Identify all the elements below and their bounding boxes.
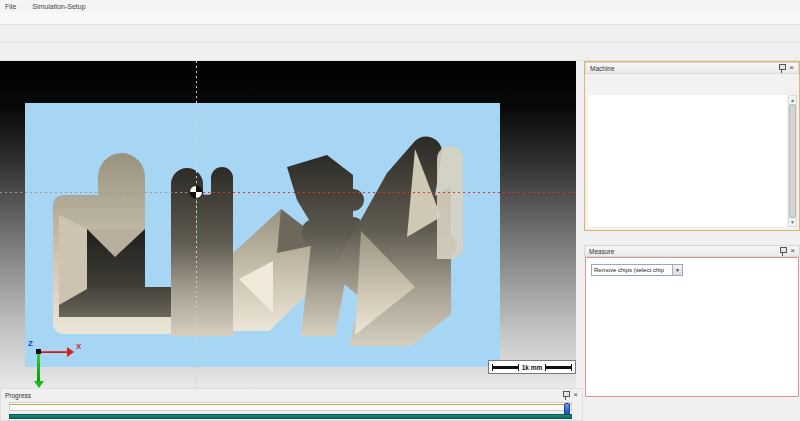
window-topbar: File Simulation-Setup: [0, 0, 800, 12]
measure-mode-dropdown[interactable]: Remove chips (select chip ▼: [591, 264, 683, 276]
y-axis-arrowhead: [34, 381, 44, 388]
measure-cursor[interactable]: [189, 185, 203, 199]
playback-toolbar: [0, 25, 800, 43]
scroll-down-icon[interactable]: ▼: [790, 219, 795, 225]
progress-panel-title: Progress: [5, 392, 31, 399]
measure-panel: Remove chips (select chip ▼: [585, 257, 799, 397]
tree-scrollbar[interactable]: ▲ ▼: [788, 95, 797, 227]
x-axis-arrow: [41, 351, 67, 354]
bottom-tab-strip: [586, 403, 800, 418]
measure-panel-titlebar: Measure ×: [584, 245, 800, 257]
z-axis-label: Z: [28, 339, 33, 348]
pin-icon[interactable]: [779, 246, 786, 256]
machined-part: [25, 103, 500, 367]
crosshair-vertical-green: [196, 199, 197, 243]
menu-bar: [0, 12, 800, 25]
machine-panel-title: Machine: [590, 65, 615, 72]
scroll-thumb[interactable]: [789, 104, 796, 218]
pin-icon[interactable]: [778, 63, 785, 73]
progress-panel: Progress ×: [0, 388, 583, 421]
progress-bar: [9, 414, 572, 419]
close-icon[interactable]: ×: [789, 64, 794, 72]
crosshair-horizontal-gray: [0, 192, 190, 193]
pin-icon[interactable]: [562, 390, 569, 400]
x-axis-label: X: [76, 342, 81, 351]
close-icon[interactable]: ×: [573, 391, 578, 399]
close-icon[interactable]: ×: [790, 247, 795, 255]
dock-tab-strip: [584, 230, 800, 244]
chevron-down-icon[interactable]: ▼: [672, 265, 682, 275]
application-window: File Simulation-Setup: [0, 0, 800, 421]
progress-slider-track[interactable]: [9, 402, 572, 411]
topbar-file-menu[interactable]: File: [5, 3, 16, 10]
scale-bar-label: 1k mm: [522, 364, 543, 371]
scale-bar-right-segment: [545, 366, 572, 369]
scale-bar: 1k mm: [488, 360, 576, 374]
right-dock: Machine × ▲ ▼ Measure ×: [584, 61, 800, 421]
x-axis-arrowhead: [67, 347, 74, 357]
measure-panel-title: Measure: [589, 248, 614, 255]
crosshair-horizontal-red: [203, 192, 576, 193]
view-toolbar: [0, 43, 800, 61]
scroll-up-icon[interactable]: ▲: [790, 97, 795, 103]
machine-tree: [588, 95, 787, 227]
machine-panel-titlebar: Machine ×: [585, 62, 799, 74]
3d-viewport[interactable]: Z X 1k mm: [0, 61, 576, 388]
y-axis-arrow: [37, 354, 40, 382]
scale-bar-left-segment: [492, 366, 519, 369]
window-title: Simulation-Setup: [32, 3, 85, 10]
measure-mode-value: Remove chips (select chip: [592, 265, 672, 275]
coordinate-triad: Z X: [24, 339, 94, 388]
machine-panel: Machine × ▲ ▼: [584, 61, 800, 231]
